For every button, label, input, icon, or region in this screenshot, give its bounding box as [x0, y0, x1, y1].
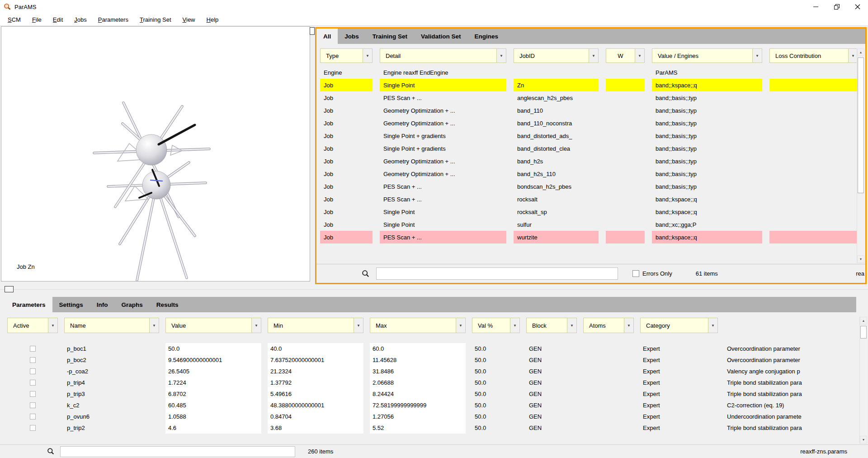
column-header-detail[interactable]: Detail▼: [380, 48, 506, 63]
scroll-down-icon[interactable]: ▼: [857, 255, 864, 263]
dropdown-arrow-icon[interactable]: ▼: [510, 318, 519, 333]
dropdown-arrow-icon[interactable]: ▼: [848, 49, 858, 62]
menu-help[interactable]: Help: [202, 14, 224, 25]
menu-view[interactable]: View: [178, 14, 200, 25]
column-header-loss-contribution[interactable]: Loss Contribution▼: [769, 48, 858, 63]
table-row[interactable]: JobGeometry Optimization + ...band_110ba…: [316, 104, 865, 117]
params-scrollbar-thumb[interactable]: [860, 326, 867, 339]
cell-description: Triple bond stabilization para: [724, 377, 857, 388]
minimize-button[interactable]: [806, 0, 826, 14]
horizontal-splitter-handle[interactable]: [5, 286, 14, 292]
tab-all[interactable]: All: [316, 29, 338, 44]
jobs-scrollbar-thumb[interactable]: [858, 57, 864, 193]
column-header-active[interactable]: Active▼: [7, 318, 58, 333]
table-row[interactable]: p_boc150.040.060.050.0GENExpertOvercoord…: [0, 343, 857, 354]
menu-edit[interactable]: Edit: [48, 14, 68, 25]
dropdown-arrow-icon[interactable]: ▼: [752, 49, 762, 62]
dropdown-arrow-icon[interactable]: ▼: [635, 49, 644, 62]
jobs-scrollbar[interactable]: ▲ ▼: [857, 48, 864, 263]
menu-parameters[interactable]: Parameters: [93, 14, 133, 25]
table-row[interactable]: p_trip36.87025.496168.2442450.0GENExpert…: [0, 388, 857, 400]
table-row[interactable]: k_c260.48548.3880000000000172.5819999999…: [0, 400, 857, 411]
scroll-up-icon[interactable]: ▲: [857, 48, 864, 56]
table-row[interactable]: JobSingle Pointrocksalt_spband;;kspace;;…: [316, 205, 865, 218]
vertical-splitter-handle[interactable]: [310, 27, 315, 35]
dropdown-arrow-icon[interactable]: ▼: [48, 318, 57, 333]
tab-parameters[interactable]: Parameters: [5, 297, 52, 312]
table-row[interactable]: p_ovun61.05880.847041.2705650.0GENExpert…: [0, 411, 857, 422]
tab-info[interactable]: Info: [90, 297, 115, 312]
column-header-w[interactable]: W▼: [606, 48, 645, 63]
cell-detail: PES Scan + ...: [380, 193, 506, 205]
table-row[interactable]: JobGeometry Optimization + ...band_h2s_1…: [316, 167, 865, 180]
active-checkbox[interactable]: [30, 425, 36, 431]
dropdown-arrow-icon[interactable]: ▼: [708, 318, 717, 333]
column-header-block[interactable]: Block▼: [526, 318, 577, 333]
dropdown-arrow-icon[interactable]: ▼: [251, 318, 261, 333]
dropdown-arrow-icon[interactable]: ▼: [456, 318, 465, 333]
table-row[interactable]: EngineEngine reaxff EndEngineParAMS: [316, 66, 865, 79]
dropdown-arrow-icon[interactable]: ▼: [589, 49, 598, 62]
molecule-3d-view[interactable]: [1, 27, 310, 281]
active-checkbox[interactable]: [30, 402, 36, 408]
jobs-search-input[interactable]: [376, 267, 618, 280]
table-row[interactable]: JobGeometry Optimization + ...band_110_n…: [316, 117, 865, 129]
table-row[interactable]: JobPES Scan + ...rocksaltband;;kspace;;q: [316, 193, 865, 205]
active-checkbox[interactable]: [30, 346, 36, 352]
active-checkbox[interactable]: [30, 414, 36, 420]
column-header-min[interactable]: Min▼: [268, 318, 363, 333]
scroll-up-icon[interactable]: ▲: [860, 317, 867, 324]
active-checkbox[interactable]: [30, 368, 36, 374]
active-checkbox[interactable]: [30, 380, 36, 386]
dropdown-arrow-icon[interactable]: ▼: [149, 318, 159, 333]
tab-training-set[interactable]: Training Set: [366, 29, 414, 44]
menu-jobs[interactable]: Jobs: [69, 14, 91, 25]
table-row[interactable]: JobSingle Point + gradientsband_distorte…: [316, 129, 865, 142]
column-header-val[interactable]: Val %▼: [472, 318, 520, 333]
column-header-jobid[interactable]: JobID▼: [514, 48, 599, 63]
tab-results[interactable]: Results: [150, 297, 185, 312]
table-row[interactable]: -p_coa226.540521.232431.848650.0GENExper…: [0, 366, 857, 377]
table-row[interactable]: p_trip24.63.685.5250.0GENExpertTriple bo…: [0, 422, 857, 434]
menu-file[interactable]: File: [27, 14, 47, 25]
column-header-value-engines[interactable]: Value / Engines▼: [652, 48, 762, 63]
table-row[interactable]: JobSingle PointZnband;;kspace;;q: [316, 79, 865, 91]
tab-graphs[interactable]: Graphs: [115, 297, 150, 312]
restore-button[interactable]: [826, 0, 847, 14]
table-row[interactable]: JobGeometry Optimization + ...band_h2sba…: [316, 155, 865, 167]
active-checkbox[interactable]: [30, 391, 36, 397]
menu-training-set[interactable]: Training Set: [135, 14, 176, 25]
column-header-max[interactable]: Max▼: [370, 318, 466, 333]
table-row[interactable]: JobSingle Pointsulfurband;;xc;;gga;P: [316, 218, 865, 231]
column-header-name[interactable]: Name▼: [64, 318, 159, 333]
cell-w: [606, 66, 645, 79]
column-header-atoms[interactable]: Atoms▼: [583, 318, 634, 333]
table-row[interactable]: JobSingle Point + gradientsband_distorte…: [316, 142, 865, 155]
tab-engines[interactable]: Engines: [468, 29, 505, 44]
dropdown-arrow-icon[interactable]: ▼: [354, 318, 363, 333]
dropdown-arrow-icon[interactable]: ▼: [567, 318, 576, 333]
tab-jobs[interactable]: Jobs: [338, 29, 366, 44]
params-search-input[interactable]: [60, 446, 295, 457]
table-row[interactable]: p_trip41.72241.377922.0668850.0GENExpert…: [0, 377, 857, 388]
scroll-down-icon[interactable]: ▼: [860, 436, 867, 444]
table-row[interactable]: JobPES Scan + ...wurtziteband;;kspace;;q: [316, 231, 865, 243]
menu-scm[interactable]: SCM: [3, 14, 26, 25]
table-row[interactable]: JobPES Scan + ...bondscan_h2s_pbesband;;…: [316, 180, 865, 193]
errors-only-checkbox[interactable]: [632, 270, 639, 277]
table-row[interactable]: JobPES Scan + ...anglescan_h2s_pbesband;…: [316, 91, 865, 104]
tab-validation-set[interactable]: Validation Set: [414, 29, 468, 44]
params-scrollbar[interactable]: ▲ ▼: [859, 317, 867, 444]
close-button[interactable]: [847, 0, 868, 14]
dropdown-arrow-icon[interactable]: ▼: [624, 318, 633, 333]
dropdown-arrow-icon[interactable]: ▼: [363, 49, 372, 62]
table-row[interactable]: p_boc29.5469000000000017.637520000000001…: [0, 354, 857, 366]
molecule-viewer-panel[interactable]: Job Zn: [1, 26, 310, 281]
column-header-type[interactable]: Type▼: [320, 48, 373, 63]
column-header-value[interactable]: Value▼: [165, 318, 261, 333]
tab-settings[interactable]: Settings: [52, 297, 90, 312]
dropdown-arrow-icon[interactable]: ▼: [496, 49, 506, 62]
horizontal-splitter[interactable]: [0, 289, 868, 290]
column-header-category[interactable]: Category▼: [640, 318, 718, 333]
active-checkbox[interactable]: [30, 357, 36, 363]
